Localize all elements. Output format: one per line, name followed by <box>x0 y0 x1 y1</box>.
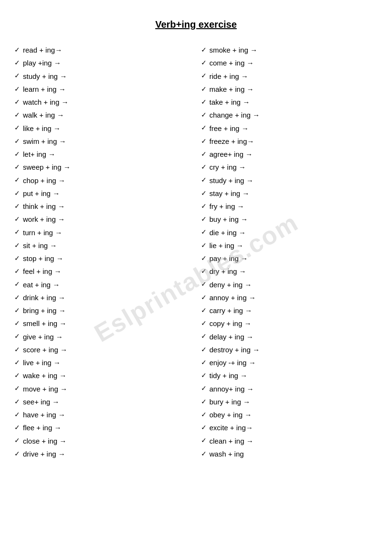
list-item: ✓ change + ing → <box>201 109 378 120</box>
list-item: ✓ eat + ing → <box>14 279 191 290</box>
checkmark-icon: ✓ <box>201 370 207 381</box>
list-item: ✓ deny + ing → <box>201 279 378 290</box>
item-label: take + ing → <box>210 97 250 108</box>
checkmark-icon: ✓ <box>14 214 20 225</box>
list-item: ✓ see+ ing → <box>14 396 191 407</box>
list-item: ✓ copy + ing → <box>201 318 378 329</box>
checkmark-icon: ✓ <box>201 331 207 342</box>
list-item: ✓ enjoy -+ ing → <box>201 357 378 368</box>
item-label: pay + ing → <box>210 253 248 264</box>
item-label: change + ing → <box>210 109 260 120</box>
checkmark-icon: ✓ <box>201 423 207 433</box>
list-item: ✓ carry + ing → <box>201 305 378 316</box>
item-label: make + ing → <box>210 84 254 95</box>
item-label: turn + ing → <box>23 227 62 238</box>
item-label: swim + ing → <box>23 136 66 147</box>
item-label: fry + ing → <box>210 201 244 212</box>
checkmark-icon: ✓ <box>201 293 207 303</box>
item-label: study + ing → <box>210 175 254 186</box>
list-item: ✓ obey + ing → <box>201 409 378 420</box>
checkmark-icon: ✓ <box>201 201 207 212</box>
list-item: ✓ come + ing → <box>201 57 378 68</box>
list-item: ✓ dry + ing → <box>201 266 378 277</box>
item-label: walk + ing → <box>23 109 64 120</box>
checkmark-icon: ✓ <box>14 253 20 264</box>
checkmark-icon: ✓ <box>201 45 207 55</box>
checkmark-icon: ✓ <box>14 279 20 290</box>
list-item: ✓ smoke + ing → <box>201 44 378 55</box>
checkmark-icon: ✓ <box>14 58 20 68</box>
checkmark-icon: ✓ <box>201 123 207 133</box>
list-item: ✓ destroy + ing → <box>201 344 378 355</box>
checkmark-icon: ✓ <box>14 71 20 81</box>
list-item: ✓ work + ing → <box>14 214 191 225</box>
item-label: clean + ing → <box>210 435 254 446</box>
item-label: annoy + ing → <box>210 292 256 303</box>
list-item: ✓ wash + ing <box>201 448 378 459</box>
list-item: ✓ close + ing → <box>14 435 191 446</box>
list-item: ✓ drive + ing → <box>14 448 191 459</box>
checkmark-icon: ✓ <box>14 397 20 407</box>
item-label: destroy + ing → <box>210 344 260 355</box>
item-label: see+ ing → <box>23 396 59 407</box>
list-item: ✓ chop + ing → <box>14 175 191 186</box>
list-item: ✓ think + ing → <box>14 201 191 212</box>
item-label: annoy+ ing → <box>210 383 254 394</box>
item-label: smoke + ing → <box>210 44 257 55</box>
list-item: ✓ drink + ing → <box>14 292 191 303</box>
item-label: learn + ing → <box>23 84 66 95</box>
list-item: ✓ study + ing → <box>14 71 191 82</box>
checkmark-icon: ✓ <box>14 227 20 238</box>
list-item: ✓ walk + ing → <box>14 109 191 120</box>
item-label: have + ing → <box>23 409 65 420</box>
checkmark-icon: ✓ <box>201 162 207 173</box>
item-label: read + ing→ <box>23 44 62 55</box>
list-item: ✓ wake + ing → <box>14 370 191 381</box>
item-label: sit + ing → <box>23 240 57 251</box>
checkmark-icon: ✓ <box>201 449 207 459</box>
item-label: obey + ing → <box>210 409 252 420</box>
checkmark-icon: ✓ <box>14 410 20 420</box>
item-label: work + ing → <box>23 214 65 225</box>
checkmark-icon: ✓ <box>14 305 20 316</box>
list-item: ✓ give + ing → <box>14 331 191 342</box>
item-label: smell + ing → <box>23 318 66 329</box>
item-label: chop + ing → <box>23 175 65 186</box>
list-item: ✓ freeze + ing→ <box>201 136 378 147</box>
item-label: carry + ing → <box>210 305 253 316</box>
list-item: ✓ cry + ing → <box>201 162 378 173</box>
list-item: ✓ excite + ing→ <box>201 422 378 433</box>
checkmark-icon: ✓ <box>14 162 20 173</box>
list-item: ✓ sweep + ing → <box>14 162 191 173</box>
checkmark-icon: ✓ <box>201 279 207 290</box>
list-item: ✓ turn + ing → <box>14 227 191 238</box>
checkmark-icon: ✓ <box>201 71 207 81</box>
item-label: come + ing → <box>210 57 254 68</box>
list-item: ✓ have + ing → <box>14 409 191 420</box>
item-label: stop + ing → <box>23 253 64 264</box>
checkmark-icon: ✓ <box>14 370 20 381</box>
list-item: ✓ agree+ ing → <box>201 149 378 160</box>
checkmark-icon: ✓ <box>14 45 20 55</box>
checkmark-icon: ✓ <box>14 266 20 277</box>
checkmark-icon: ✓ <box>201 149 207 160</box>
list-item: ✓ watch + ing → <box>14 97 191 108</box>
checkmark-icon: ✓ <box>201 305 207 316</box>
checkmark-icon: ✓ <box>14 383 20 394</box>
checkmark-icon: ✓ <box>14 123 20 133</box>
checkmark-icon: ✓ <box>14 331 20 342</box>
item-label: give + ing → <box>23 331 63 342</box>
list-item: ✓ read + ing→ <box>14 44 191 55</box>
list-item: ✓ pay + ing → <box>201 253 378 264</box>
item-label: enjoy -+ ing → <box>210 357 256 368</box>
checkmark-icon: ✓ <box>201 97 207 108</box>
list-item: ✓ ride + ing → <box>201 71 378 82</box>
checkmark-icon: ✓ <box>14 110 20 120</box>
list-item: ✓ like + ing → <box>14 123 191 134</box>
list-item: ✓ flee + ing → <box>14 422 191 433</box>
list-item: ✓ play +ing → <box>14 57 191 68</box>
list-item: ✓ sit + ing → <box>14 240 191 251</box>
checkmark-icon: ✓ <box>201 136 207 147</box>
list-item: ✓ lie + ing → <box>201 240 378 251</box>
list-item: ✓ die + ing → <box>201 227 378 238</box>
